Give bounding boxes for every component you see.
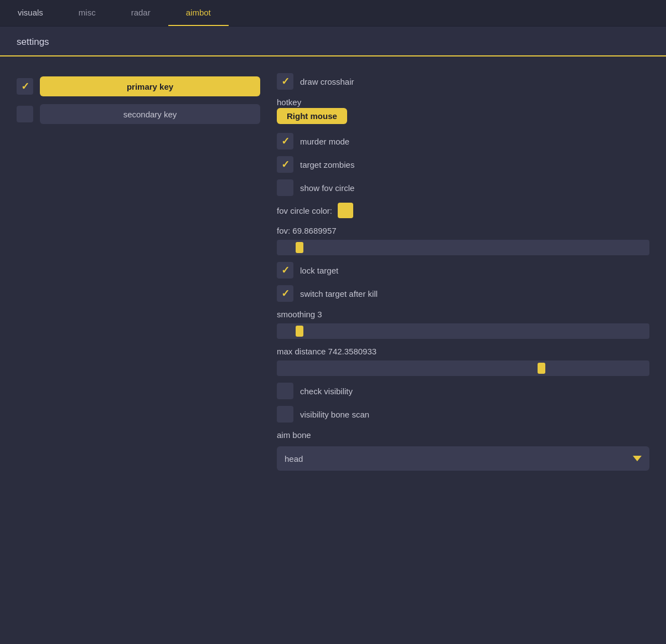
smoothing-slider[interactable] xyxy=(277,323,649,339)
settings-title: settings xyxy=(17,37,49,47)
tab-misc[interactable]: misc xyxy=(61,0,113,26)
switch-target-checkbox[interactable]: ✓ xyxy=(277,285,293,302)
max-distance-slider-thumb xyxy=(538,363,545,374)
visibility-bone-scan-row: visibility bone scan xyxy=(277,406,649,423)
draw-crosshair-label: draw crosshair xyxy=(300,77,354,86)
secondary-key-checkbox[interactable] xyxy=(17,106,33,122)
main-content: ✓ primary key secondary key ✓ draw cross… xyxy=(0,56,666,487)
switch-target-checkmark: ✓ xyxy=(281,287,290,300)
visibility-bone-scan-checkbox[interactable] xyxy=(277,406,293,423)
target-zombies-checkbox[interactable]: ✓ xyxy=(277,156,293,173)
lock-target-checkmark: ✓ xyxy=(281,264,290,276)
hotkey-button[interactable]: Right mouse xyxy=(277,108,347,124)
fov-slider[interactable] xyxy=(277,240,649,255)
target-zombies-row: ✓ target zombies xyxy=(277,156,649,173)
fov-color-swatch[interactable] xyxy=(338,203,353,218)
nav-tabs: visuals misc radar aimbot xyxy=(0,0,666,27)
primary-key-button[interactable]: primary key xyxy=(40,76,260,96)
aim-bone-label: aim bone xyxy=(277,430,649,440)
right-column: ✓ draw crosshair hotkey Right mouse ✓ mu… xyxy=(260,73,649,471)
fov-slider-thumb xyxy=(296,242,303,253)
show-fov-circle-checkbox[interactable] xyxy=(277,179,293,196)
fov-circle-color-label: fov circle color: xyxy=(277,206,332,215)
lock-target-checkbox[interactable]: ✓ xyxy=(277,262,293,279)
draw-crosshair-checkmark: ✓ xyxy=(281,75,290,87)
check-visibility-checkbox[interactable] xyxy=(277,383,293,399)
murder-mode-label: murder mode xyxy=(300,137,349,146)
tab-radar[interactable]: radar xyxy=(113,0,168,26)
lock-target-label: lock target xyxy=(300,266,338,275)
primary-key-checkmark: ✓ xyxy=(21,80,29,92)
max-distance-slider[interactable] xyxy=(277,360,649,376)
murder-mode-checkbox[interactable]: ✓ xyxy=(277,133,293,150)
tab-visuals[interactable]: visuals xyxy=(0,0,61,26)
secondary-key-button[interactable]: secondary key xyxy=(40,104,260,124)
visibility-bone-scan-label: visibility bone scan xyxy=(300,410,369,419)
left-column: ✓ primary key secondary key xyxy=(17,73,260,471)
switch-target-row: ✓ switch target after kill xyxy=(277,285,649,302)
target-zombies-label: target zombies xyxy=(300,160,354,169)
max-distance-label: max distance 742.3580933 xyxy=(277,347,649,356)
lock-target-row: ✓ lock target xyxy=(277,262,649,279)
show-fov-circle-row: show fov circle xyxy=(277,179,649,196)
aim-bone-dropdown[interactable]: head xyxy=(277,446,649,471)
draw-crosshair-checkbox[interactable]: ✓ xyxy=(277,73,293,90)
primary-key-checkbox[interactable]: ✓ xyxy=(17,78,33,95)
check-visibility-row: check visibility xyxy=(277,383,649,399)
murder-mode-row: ✓ murder mode xyxy=(277,133,649,150)
draw-crosshair-row: ✓ draw crosshair xyxy=(277,73,649,90)
target-zombies-checkmark: ✓ xyxy=(281,158,290,171)
fov-value-label: fov: 69.8689957 xyxy=(277,226,649,235)
check-visibility-label: check visibility xyxy=(300,387,353,396)
tab-aimbot[interactable]: aimbot xyxy=(168,0,229,26)
dropdown-arrow-icon xyxy=(633,456,642,461)
fov-color-row: fov circle color: xyxy=(277,203,649,218)
show-fov-circle-label: show fov circle xyxy=(300,183,354,193)
aim-bone-dropdown-value: head xyxy=(285,454,303,463)
smoothing-slider-thumb xyxy=(296,326,303,337)
settings-header: settings xyxy=(0,27,666,56)
murder-mode-checkmark: ✓ xyxy=(281,135,290,147)
primary-key-row: ✓ primary key xyxy=(17,76,260,96)
secondary-key-row: secondary key xyxy=(17,104,260,124)
switch-target-label: switch target after kill xyxy=(300,289,378,298)
hotkey-label: hotkey xyxy=(277,97,649,107)
smoothing-label: smoothing 3 xyxy=(277,310,649,319)
